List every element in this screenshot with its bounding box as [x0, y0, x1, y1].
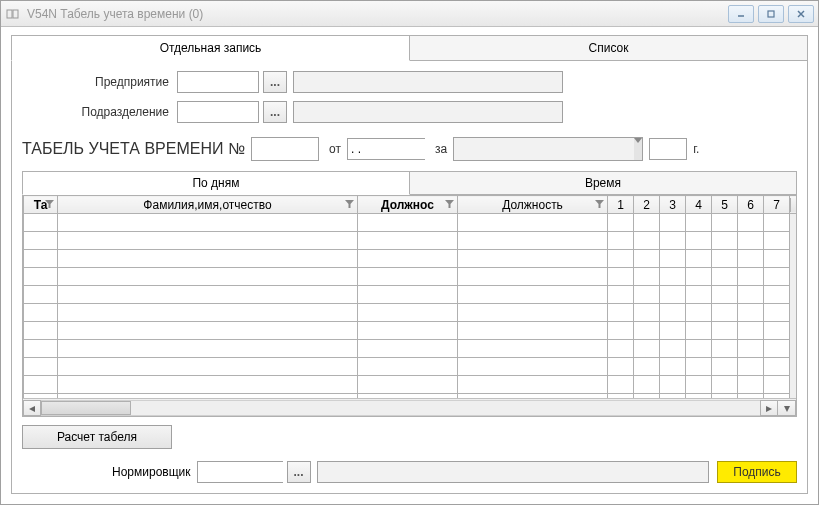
enterprise-name-field	[293, 71, 563, 93]
header-row: Та Фамилия,имя,отчество Должнос Должност…	[24, 196, 797, 214]
scroll-left-icon[interactable]: ◂	[23, 400, 41, 416]
department-name-field	[293, 101, 563, 123]
svg-rect-1	[13, 10, 18, 18]
col-day-2[interactable]: 2	[634, 196, 660, 214]
table-row[interactable]	[24, 394, 797, 399]
row-department: Подразделение ...	[22, 99, 797, 125]
grid-table: Та Фамилия,имя,отчество Должнос Должност…	[23, 195, 796, 398]
col-day-1[interactable]: 1	[608, 196, 634, 214]
content-area: Отдельная запись Список Предприятие ... …	[1, 27, 818, 504]
doc-number-field[interactable]	[251, 137, 319, 161]
tab-single-record[interactable]: Отдельная запись	[11, 35, 410, 61]
col-day-5[interactable]: 5	[712, 196, 738, 214]
table-row[interactable]	[24, 376, 797, 394]
data-grid[interactable]: Та Фамилия,имя,отчество Должнос Должност…	[23, 195, 796, 398]
table-row[interactable]	[24, 250, 797, 268]
svg-marker-10	[45, 200, 54, 208]
window-title: V54N Табель учета времени (0)	[27, 7, 728, 21]
normalizer-name-field	[317, 461, 709, 483]
col-fio[interactable]: Фамилия,имя,отчество	[58, 196, 358, 214]
normalizer-combo[interactable]	[197, 461, 283, 483]
sign-button[interactable]: Подпись	[717, 461, 797, 483]
app-window: V54N Табель учета времени (0) Отдельная …	[0, 0, 819, 505]
tab-time[interactable]: Время	[410, 171, 797, 195]
grid-container: Та Фамилия,имя,отчество Должнос Должност…	[22, 195, 797, 417]
table-row[interactable]	[24, 232, 797, 250]
scroll-track[interactable]	[41, 400, 760, 416]
grid-body	[24, 214, 797, 399]
window-controls	[728, 5, 814, 23]
filter-icon[interactable]	[343, 198, 355, 210]
date-combo[interactable]	[347, 138, 425, 160]
col-position-code[interactable]: Должнос	[358, 196, 458, 214]
horizontal-scrollbar[interactable]: ◂ ▸ ▾	[23, 398, 796, 416]
svg-marker-13	[595, 200, 604, 208]
filter-icon[interactable]	[43, 198, 55, 210]
enterprise-combo[interactable]	[177, 71, 259, 93]
year-field[interactable]	[649, 138, 687, 160]
from-label: от	[329, 142, 341, 156]
label-department: Подразделение	[22, 105, 177, 119]
for-label: за	[435, 142, 447, 156]
form-panel: Предприятие ... Подразделение ... ТАБЕЛЬ	[11, 61, 808, 494]
col-day-3[interactable]: 3	[660, 196, 686, 214]
maximize-button[interactable]	[758, 5, 784, 23]
titlebar: V54N Табель учета времени (0)	[1, 1, 818, 27]
app-icon	[5, 6, 21, 22]
table-row[interactable]	[24, 322, 797, 340]
table-row[interactable]	[24, 268, 797, 286]
col-day-6[interactable]: 6	[738, 196, 764, 214]
bottom-row: Расчет табеля	[22, 425, 797, 449]
calculate-button[interactable]: Расчет табеля	[22, 425, 172, 449]
svg-marker-12	[445, 200, 454, 208]
label-enterprise: Предприятие	[22, 75, 177, 89]
minimize-button[interactable]	[728, 5, 754, 23]
filter-icon[interactable]	[443, 198, 455, 210]
col-day-7[interactable]: 7	[764, 196, 790, 214]
sub-tabs: По дням Время	[22, 171, 797, 195]
svg-rect-0	[7, 10, 12, 18]
month-combo[interactable]	[453, 137, 643, 161]
table-row[interactable]	[24, 286, 797, 304]
normalizer-lookup-button[interactable]: ...	[287, 461, 311, 483]
enterprise-lookup-button[interactable]: ...	[263, 71, 287, 93]
department-combo[interactable]	[177, 101, 259, 123]
scroll-thumb[interactable]	[41, 401, 131, 415]
table-row[interactable]	[24, 214, 797, 232]
year-suffix: г.	[693, 142, 699, 156]
svg-marker-9	[634, 138, 642, 143]
normalizer-label: Нормировщик	[112, 465, 191, 479]
tab-by-days[interactable]: По дням	[22, 171, 410, 195]
col-position[interactable]: Должность	[458, 196, 608, 214]
table-row[interactable]	[24, 358, 797, 376]
col-day-4[interactable]: 4	[686, 196, 712, 214]
row-enterprise: Предприятие ...	[22, 69, 797, 95]
vscroll-up[interactable]: ▴	[790, 196, 797, 214]
chevron-down-icon[interactable]	[634, 138, 642, 160]
sign-row: Нормировщик ... Подпись	[22, 461, 797, 483]
scroll-right-icon[interactable]: ▸	[760, 400, 778, 416]
main-tabs: Отдельная запись Список	[11, 35, 808, 61]
svg-marker-11	[345, 200, 354, 208]
document-header: ТАБЕЛЬ УЧЕТА ВРЕМЕНИ № от за г.	[22, 137, 797, 161]
col-ta[interactable]: Та	[24, 196, 58, 214]
tab-list[interactable]: Список	[410, 35, 808, 61]
table-row[interactable]	[24, 304, 797, 322]
filter-icon[interactable]	[593, 198, 605, 210]
department-lookup-button[interactable]: ...	[263, 101, 287, 123]
table-row[interactable]	[24, 340, 797, 358]
doc-title: ТАБЕЛЬ УЧЕТА ВРЕМЕНИ №	[22, 140, 245, 158]
svg-rect-3	[768, 11, 774, 17]
close-button[interactable]	[788, 5, 814, 23]
vscroll-down[interactable]: ▾	[778, 400, 796, 416]
